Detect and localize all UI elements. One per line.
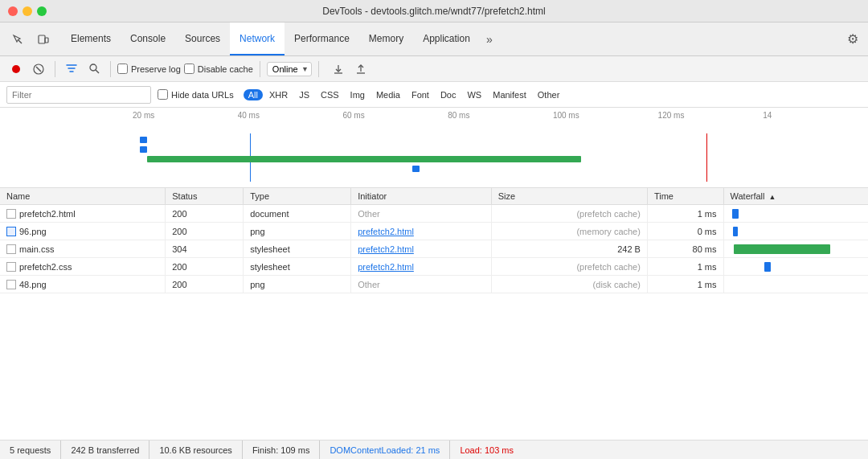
close-button[interactable] xyxy=(8,6,18,16)
cell-type-0: document xyxy=(244,205,351,223)
filter-js[interactable]: JS xyxy=(294,89,314,100)
window-title: DevTools - devtools.glitch.me/wndt77/pre… xyxy=(322,6,545,17)
har-buttons xyxy=(329,59,371,79)
filename-2: main.css xyxy=(19,244,54,254)
tab-performance[interactable]: Performance xyxy=(285,23,359,55)
toolbar-divider-4 xyxy=(318,61,319,77)
cell-initiator-2[interactable]: prefetch2.html xyxy=(351,240,492,258)
tab-network[interactable]: Network xyxy=(230,23,285,55)
cell-size-2: 242 B xyxy=(491,240,647,258)
col-status[interactable]: Status xyxy=(166,188,244,205)
timeline-canvas xyxy=(133,124,868,187)
requests-table[interactable]: Name Status Type Initiator Size Time Wat… xyxy=(0,188,868,440)
minimize-button[interactable] xyxy=(23,6,32,16)
disable-cache-label[interactable]: Disable cache xyxy=(184,64,253,74)
filter-ws[interactable]: WS xyxy=(462,89,486,100)
cell-name-4: 48.png xyxy=(0,276,166,293)
filter-font[interactable]: Font xyxy=(407,89,434,100)
filter-bar: Hide data URLs All XHR JS CSS Img Media … xyxy=(0,82,868,108)
col-size[interactable]: Size xyxy=(491,188,647,205)
table-header-row: Name Status Type Initiator Size Time Wat… xyxy=(0,188,868,205)
col-initiator[interactable]: Initiator xyxy=(351,188,492,205)
initiator-link-1[interactable]: prefetch2.html xyxy=(358,227,414,236)
filter-input[interactable] xyxy=(6,86,151,104)
tab-elements[interactable]: Elements xyxy=(61,23,121,55)
filter-media[interactable]: Media xyxy=(371,89,405,100)
cell-initiator-1[interactable]: prefetch2.html xyxy=(351,223,492,240)
cell-time-4: 1 ms xyxy=(647,276,723,293)
timeline-label-0: 20 ms xyxy=(133,111,238,120)
hide-data-urls-label[interactable]: Hide data URLs xyxy=(158,89,234,100)
timeline-label-4: 100 ms xyxy=(553,111,658,120)
cell-name-1: 96.png xyxy=(0,223,166,240)
tab-bar: Elements Console Sources Network Perform… xyxy=(0,23,868,56)
load-status: Load: 103 ms xyxy=(450,441,523,459)
svg-line-0 xyxy=(18,40,22,43)
cell-time-0: 1 ms xyxy=(647,205,723,223)
tab-console[interactable]: Console xyxy=(121,23,175,55)
status-bar: 5 requests 242 B transferred 10.6 KB res… xyxy=(0,440,868,459)
throttle-select[interactable]: Online xyxy=(267,62,312,76)
tab-sources[interactable]: Sources xyxy=(175,23,230,55)
col-type[interactable]: Type xyxy=(244,188,351,205)
tab-memory[interactable]: Memory xyxy=(359,23,413,55)
table-row[interactable]: 48.png200pngOther(disk cache)1 ms xyxy=(0,276,868,293)
table-row[interactable]: prefetch2.html200documentOther(prefetch … xyxy=(0,205,868,223)
filter-doc[interactable]: Doc xyxy=(436,89,461,100)
col-time[interactable]: Time xyxy=(647,188,723,205)
filter-other[interactable]: Other xyxy=(533,89,565,100)
svg-line-5 xyxy=(36,67,41,72)
cell-waterfall-3 xyxy=(723,258,868,276)
col-name[interactable]: Name xyxy=(0,188,166,205)
throttle-select-wrap: Online ▼ xyxy=(267,62,312,76)
table-row[interactable]: prefetch2.css200stylesheetprefetch2.html… xyxy=(0,258,868,276)
devtools-settings-button[interactable]: ⚙ xyxy=(837,23,868,55)
inspect-icon[interactable] xyxy=(6,28,29,51)
col-waterfall[interactable]: Waterfall ▲ xyxy=(723,188,868,205)
table-row[interactable]: 96.png200pngprefetch2.html(memory cache)… xyxy=(0,223,868,240)
timeline-labels: 20 ms 40 ms 60 ms 80 ms 100 ms 120 ms 14 xyxy=(133,111,868,120)
initiator-link-2[interactable]: prefetch2.html xyxy=(358,244,414,254)
filter-xhr[interactable]: XHR xyxy=(264,89,293,100)
cell-initiator-3[interactable]: prefetch2.html xyxy=(351,258,492,276)
cell-time-3: 1 ms xyxy=(647,258,723,276)
resource-type-filter: All XHR JS CSS Img Media Font Doc WS Man… xyxy=(244,89,565,100)
filter-button[interactable] xyxy=(62,59,81,79)
timeline-label-5: 120 ms xyxy=(658,111,764,120)
file-icon-1 xyxy=(6,227,16,236)
table-row[interactable]: main.css304stylesheetprefetch2.html242 B… xyxy=(0,240,868,258)
filter-all[interactable]: All xyxy=(244,89,263,100)
import-har-button[interactable] xyxy=(329,59,348,79)
preserve-log-checkbox[interactable] xyxy=(117,64,128,74)
search-button[interactable] xyxy=(84,59,104,79)
cell-type-4: png xyxy=(244,276,351,293)
load-line xyxy=(706,133,707,182)
tab-application[interactable]: Application xyxy=(413,23,480,55)
cell-type-2: stylesheet xyxy=(244,240,351,258)
maximize-button[interactable] xyxy=(37,6,47,16)
hide-data-urls-checkbox[interactable] xyxy=(158,89,168,100)
filter-css[interactable]: CSS xyxy=(316,89,344,100)
more-tabs-button[interactable]: » xyxy=(480,23,499,55)
initiator-link-3[interactable]: prefetch2.html xyxy=(358,262,414,272)
record-button[interactable] xyxy=(6,59,26,79)
disable-cache-checkbox[interactable] xyxy=(184,64,194,74)
timeline[interactable]: 20 ms 40 ms 60 ms 80 ms 100 ms 120 ms 14 xyxy=(0,108,868,188)
cell-time-2: 80 ms xyxy=(647,240,723,258)
cell-type-1: png xyxy=(244,223,351,240)
preserve-log-label[interactable]: Preserve log xyxy=(117,64,181,74)
device-icon[interactable] xyxy=(32,28,55,51)
svg-point-6 xyxy=(90,64,96,71)
svg-rect-2 xyxy=(45,38,48,43)
cell-status-4: 200 xyxy=(166,276,244,293)
filter-img[interactable]: Img xyxy=(346,89,370,100)
finish-time: Finish: 109 ms xyxy=(243,441,321,459)
wf-bar-1 xyxy=(140,146,147,153)
cell-size-1: (memory cache) xyxy=(491,223,647,240)
transferred-size: 242 B transferred xyxy=(61,441,149,459)
filter-manifest[interactable]: Manifest xyxy=(488,89,531,100)
export-har-button[interactable] xyxy=(351,59,371,79)
resources-size: 10.6 KB resources xyxy=(149,441,243,459)
cell-name-0: prefetch2.html xyxy=(0,205,166,223)
clear-button[interactable] xyxy=(29,59,48,79)
